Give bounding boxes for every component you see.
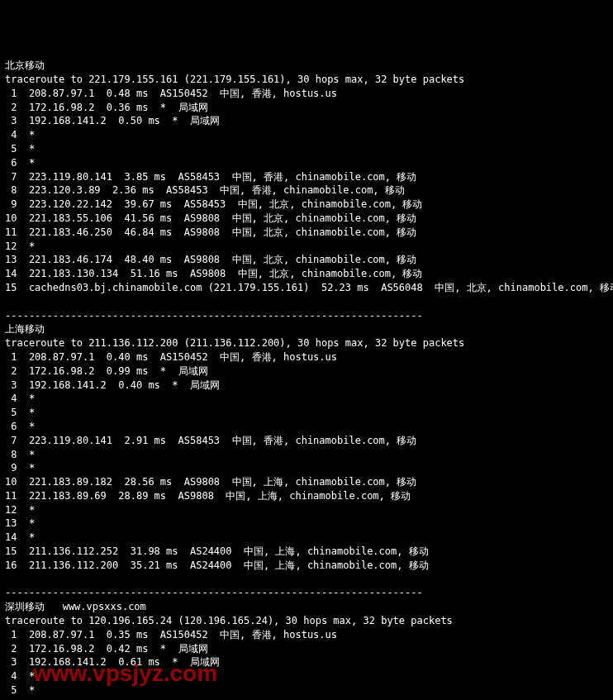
terminal-output: 北京移动 traceroute to 221.179.155.161 (221.… xyxy=(5,59,608,700)
